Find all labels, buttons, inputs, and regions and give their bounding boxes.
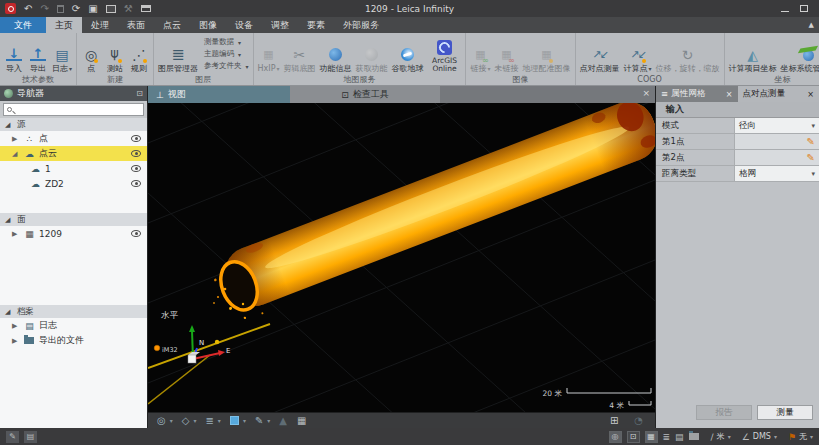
- close-icon[interactable]: ×: [726, 90, 733, 99]
- coordinate-system-manager-button[interactable]: 坐标系统管理器: [779, 34, 819, 74]
- tree-section-surfaces[interactable]: ◢ 面: [0, 213, 147, 226]
- shift-rotate-scale-button[interactable]: ↻ 位移，旋转，缩放: [654, 34, 722, 74]
- georeference-image-button[interactable]: ▦ 地理配准图像: [521, 34, 573, 74]
- distance-type-select[interactable]: 格网▾: [734, 166, 819, 181]
- hxip-button[interactable]: ▦ HxIP▾: [256, 34, 282, 74]
- tab-images[interactable]: 图像: [190, 17, 226, 33]
- tab-features[interactable]: 要素: [298, 17, 334, 33]
- minimize-button[interactable]: [781, 11, 789, 12]
- edit-status-icon[interactable]: ✎: [6, 431, 19, 443]
- tree-item-cloud-1[interactable]: ☁ 1: [0, 161, 147, 176]
- printer-icon[interactable]: [141, 5, 151, 12]
- get-features-button[interactable]: 获取功能: [353, 34, 389, 74]
- export-button[interactable]: ↑ 导出: [26, 34, 50, 74]
- tree-item-journal[interactable]: ▶ ▤ 日志: [0, 318, 147, 333]
- clip-basemap-button[interactable]: ✂ 剪辑底图: [281, 34, 317, 74]
- measure-button[interactable]: 测量: [757, 405, 813, 420]
- point2-field[interactable]: ✎: [734, 150, 819, 165]
- distance-unit-selector[interactable]: ∕ 米 ▾: [711, 431, 731, 442]
- tab-surfaces[interactable]: 表面: [118, 17, 154, 33]
- tree-item-points[interactable]: ▶ ∴ 点: [0, 131, 147, 146]
- unlink-image-button[interactable]: ▦∞ 未链接: [493, 34, 521, 74]
- compute-project-coords-button[interactable]: ◭ 计算项目坐标: [727, 34, 779, 74]
- report-button[interactable]: 报告: [696, 405, 752, 420]
- flag-selector[interactable]: ⚑ 无 ▾: [788, 431, 813, 442]
- delete-icon[interactable]: [57, 5, 64, 13]
- tree-item-1209[interactable]: ▶ ▦ 1209: [0, 226, 147, 241]
- toggle-inspector-icon[interactable]: ⊡: [627, 431, 640, 443]
- tab-point-to-point[interactable]: 点对点测量 ×: [738, 86, 819, 102]
- restore-button[interactable]: [800, 5, 808, 12]
- import-button[interactable]: ↓ 导入: [2, 34, 26, 74]
- chevron-down-icon[interactable]: ▾: [218, 417, 221, 424]
- cube-view-icon[interactable]: [230, 416, 239, 425]
- new-rule-button[interactable]: ⋰ 规则: [127, 34, 151, 74]
- file-menu-button[interactable]: 文件: [0, 17, 46, 33]
- tab-processing[interactable]: 处理: [82, 17, 118, 33]
- zoom-extents-icon[interactable]: ⊞: [610, 416, 618, 426]
- render-mode-icon[interactable]: ◇: [182, 416, 190, 426]
- pencil-icon[interactable]: ✎: [807, 136, 815, 147]
- folder-status-icon[interactable]: [689, 433, 699, 440]
- visibility-eye-icon[interactable]: [131, 165, 141, 172]
- mode-select[interactable]: 径向▾: [734, 118, 819, 133]
- tree-section-source[interactable]: ◢ 源: [0, 118, 147, 131]
- close-icon[interactable]: ×: [642, 88, 650, 98]
- grid-toggle-icon[interactable]: ▦: [297, 416, 306, 426]
- pencil-icon[interactable]: ✎: [807, 152, 815, 163]
- chevron-down-icon[interactable]: ▾: [170, 417, 173, 424]
- journal-button[interactable]: ▤ 日志▾: [50, 34, 74, 74]
- orbit-icon[interactable]: ◔: [634, 416, 643, 426]
- arcgis-online-button[interactable]: ArcGIS Online: [425, 34, 463, 74]
- visibility-eye-icon[interactable]: [131, 150, 141, 157]
- toggle-property-grid-icon[interactable]: ▦: [645, 431, 658, 443]
- tab-property-grid[interactable]: ≡ 属性网格 ×: [656, 86, 738, 102]
- tree-item-cloud-zd2[interactable]: ☁ ZD2: [0, 176, 147, 191]
- tab-inspect-tool[interactable]: ⊡ 检查工具: [290, 86, 440, 103]
- compute-point-button[interactable]: ↗↙ 计算点▾: [622, 34, 654, 74]
- ribbon-collapse-icon[interactable]: ▲: [809, 21, 814, 29]
- link-image-button[interactable]: ▦∞ 链接▾: [468, 34, 492, 74]
- viewport-3d[interactable]: E N 水平 iM32 20 米 4 米: [148, 103, 655, 412]
- layers-status-icon[interactable]: ≣: [663, 432, 671, 442]
- point1-field[interactable]: ✎: [734, 134, 819, 149]
- new-setup-button[interactable]: ⋔ 测站: [103, 34, 127, 74]
- shading-icon[interactable]: ▲: [279, 416, 287, 426]
- tab-external-services[interactable]: 外部服务: [334, 17, 388, 33]
- tab-view[interactable]: ⊥ 视图: [148, 86, 290, 103]
- pin-icon[interactable]: ⊡: [136, 89, 143, 98]
- tree-section-archive[interactable]: ◢ 档案: [0, 305, 147, 318]
- chevron-down-icon[interactable]: ▾: [267, 417, 270, 424]
- tools-icon[interactable]: ⚒: [124, 4, 133, 14]
- tab-pointclouds[interactable]: 点云: [154, 17, 190, 33]
- tree-item-exported-files[interactable]: ▶ 导出的文件: [0, 333, 147, 348]
- visibility-eye-icon[interactable]: [131, 230, 141, 237]
- report-status-icon[interactable]: ▤: [24, 431, 37, 443]
- angle-unit-selector[interactable]: ∠ DMS ▾: [742, 432, 777, 442]
- undo-icon[interactable]: ↶: [24, 4, 32, 14]
- send-icon[interactable]: ▣: [88, 4, 97, 14]
- tab-instruments[interactable]: 设备: [226, 17, 262, 33]
- tab-adjustments[interactable]: 调整: [262, 17, 298, 33]
- toggle-navigator-icon[interactable]: ◎: [609, 431, 622, 443]
- layer-measurement-data[interactable]: 测量数据▾: [204, 37, 249, 47]
- layer-reference-folder[interactable]: 参考文件夹▾: [204, 61, 249, 71]
- close-icon[interactable]: ×: [807, 90, 814, 99]
- chevron-down-icon[interactable]: ▾: [193, 417, 196, 424]
- feature-info-button[interactable]: 功能信息: [317, 34, 353, 74]
- layer-theme-coding[interactable]: 主题编码▾: [204, 49, 249, 59]
- sync-icon[interactable]: ⟳: [72, 4, 80, 14]
- tab-home[interactable]: 主页: [46, 17, 82, 33]
- chevron-down-icon[interactable]: ▾: [243, 417, 246, 424]
- monitor-icon[interactable]: [106, 5, 116, 13]
- layers-icon[interactable]: ≣: [205, 416, 213, 426]
- journal-status-icon[interactable]: ▤: [675, 432, 684, 442]
- view-orientation-icon[interactable]: ◎: [157, 416, 166, 426]
- new-point-button[interactable]: ◎ 点: [79, 34, 103, 74]
- paint-style-icon[interactable]: ✎: [255, 416, 263, 426]
- visibility-eye-icon[interactable]: [131, 180, 141, 187]
- visibility-eye-icon[interactable]: [131, 135, 141, 142]
- tree-item-pointclouds[interactable]: ◢ ☁ 点云: [0, 146, 147, 161]
- redo-icon[interactable]: ↷: [40, 4, 48, 14]
- search-input[interactable]: [3, 103, 144, 116]
